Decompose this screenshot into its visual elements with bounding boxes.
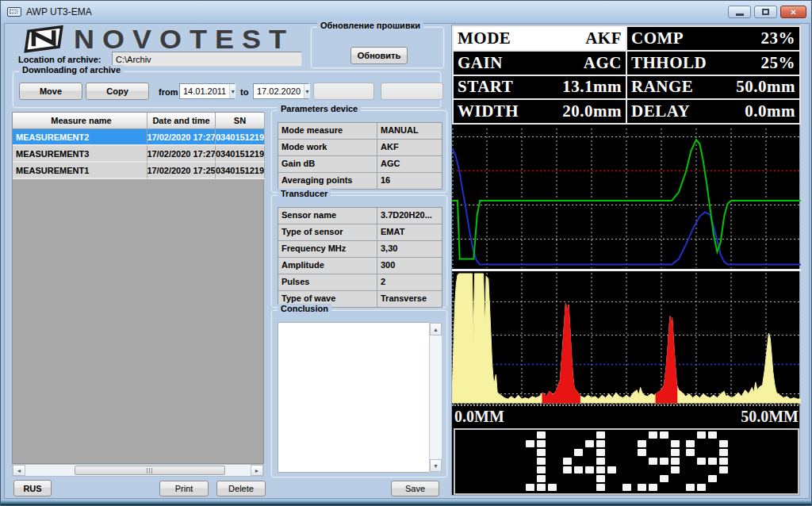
table-empty-area bbox=[13, 179, 263, 463]
transducer-param-value: 3,30 bbox=[377, 241, 442, 257]
sn-cell: 0340151219 bbox=[216, 163, 265, 179]
column-header-1[interactable]: Date and time bbox=[147, 113, 216, 129]
sn-cell: 0340151219 bbox=[216, 146, 265, 163]
parameters-device-table: Mode measureMANUALMode workAKFGain dBAGC… bbox=[278, 122, 442, 190]
conclusion-textarea[interactable] bbox=[278, 322, 429, 473]
device-param-gain: GAINAGC bbox=[454, 52, 626, 75]
scroll-up-button[interactable]: ▲ bbox=[430, 323, 442, 335]
readout-digit bbox=[622, 431, 631, 493]
device-param-label: Mode work bbox=[278, 140, 377, 155]
from-date-value: 14.01.2011 bbox=[180, 86, 229, 96]
device-param-delay: DELAY0.0mm bbox=[627, 100, 799, 123]
table-horizontal-scrollbar[interactable]: ◄ ► bbox=[12, 464, 264, 477]
column-header-2[interactable]: SN bbox=[216, 113, 265, 129]
device-param-value: AGC bbox=[377, 156, 442, 172]
scroll-up-icon: ▲ bbox=[433, 327, 439, 332]
readout-digit bbox=[686, 431, 728, 493]
device-param-start: START13.1mm bbox=[454, 76, 626, 99]
transducer-param-label: Type of sensor bbox=[278, 224, 377, 240]
distance-scale-bar: 0.0MM 50.0MM bbox=[452, 404, 801, 427]
archive-path-input[interactable] bbox=[112, 52, 302, 67]
scale-right-label: 50.0MM bbox=[741, 408, 799, 426]
chevron-down-icon[interactable]: ▼ bbox=[229, 84, 236, 98]
transducer-param-label: Pulses bbox=[278, 274, 377, 290]
disabled-button-2 bbox=[381, 82, 443, 100]
download-group-title: Downloading of archive bbox=[19, 65, 124, 75]
brand-wordmark: NOVOTEST bbox=[74, 25, 294, 56]
transducer-param-value: EMAT bbox=[377, 224, 442, 240]
transducer-param-value: 300 bbox=[377, 258, 442, 274]
window-title: AWP UT3-EMA bbox=[26, 6, 92, 17]
copy-button[interactable]: Copy bbox=[86, 82, 149, 100]
update-firmware-button[interactable]: Обновить bbox=[350, 47, 408, 64]
parameters-device-group: Parameters device Mode measureMANUALMode… bbox=[270, 109, 448, 194]
device-param-value: AKF bbox=[377, 140, 442, 155]
scrollbar-thumb[interactable] bbox=[75, 466, 225, 475]
scrollbar-track[interactable] bbox=[25, 465, 251, 476]
table-row[interactable]: MEASUREMENT317/02/2020 17:270340151219 bbox=[13, 146, 263, 163]
app-icon bbox=[7, 7, 21, 17]
delete-button[interactable]: Delete bbox=[216, 481, 266, 496]
parameters-device-title: Parameters device bbox=[278, 104, 361, 113]
from-label: from bbox=[159, 87, 178, 97]
table-header-row: Measure nameDate and timeSN bbox=[13, 113, 263, 129]
scroll-left-icon: ◄ bbox=[17, 468, 22, 473]
table-row[interactable]: MEASUREMENT117/02/2020 17:250340151219 bbox=[13, 163, 263, 179]
move-button[interactable]: Move bbox=[19, 82, 82, 100]
transducer-param-value: 2 bbox=[377, 274, 442, 290]
firmware-group-title: Обновление прошивки bbox=[317, 21, 423, 30]
device-param-width: WIDTH20.0mm bbox=[454, 100, 626, 123]
to-date-value: 17.02.2020 bbox=[254, 86, 304, 96]
conclusion-scrollbar[interactable]: ▲ ▼ bbox=[429, 322, 442, 473]
transducer-title: Transducer bbox=[278, 189, 331, 198]
device-screen-panel: MODEAKFCOMP23%GAINAGCTHHOLD25%START13.1m… bbox=[451, 25, 800, 496]
firmware-group: Обновление прошивки Обновить bbox=[310, 26, 445, 69]
scroll-down-button[interactable]: ▼ bbox=[430, 459, 442, 472]
maximize-button[interactable] bbox=[754, 6, 777, 18]
close-button[interactable]: ✕ bbox=[780, 6, 806, 18]
sn-cell: 0340151219 bbox=[216, 129, 265, 146]
print-button[interactable]: Print bbox=[159, 481, 209, 496]
save-button[interactable]: Save bbox=[391, 481, 439, 496]
device-param-label: Mode measure bbox=[278, 123, 377, 139]
scroll-right-button[interactable]: ► bbox=[251, 465, 263, 476]
device-param-mode: MODEAKF bbox=[454, 27, 626, 50]
chevron-down-icon[interactable]: ▼ bbox=[304, 84, 310, 98]
measure-name-cell: MEASUREMENT2 bbox=[13, 129, 147, 146]
device-param-label: Averaging points bbox=[278, 173, 377, 189]
minimize-button[interactable] bbox=[728, 6, 751, 18]
thumb-grip-icon bbox=[147, 468, 154, 473]
scroll-down-icon: ▼ bbox=[433, 463, 439, 469]
to-date-combobox[interactable]: 17.02.2020 ▼ bbox=[253, 83, 308, 99]
readout-digit bbox=[638, 431, 680, 493]
maximize-icon bbox=[762, 9, 769, 15]
minimize-icon bbox=[736, 13, 744, 16]
title-bar[interactable]: AWP UT3-EMA ✕ bbox=[1, 1, 811, 23]
from-date-combobox[interactable]: 14.01.2011 ▼ bbox=[179, 83, 235, 99]
scroll-left-button[interactable]: ◄ bbox=[13, 465, 25, 476]
ascan-chart bbox=[452, 271, 801, 404]
transducer-param-value: Transverse bbox=[377, 291, 442, 307]
transducer-param-label: Amplitude bbox=[278, 258, 377, 274]
window-frame-bottom bbox=[1, 500, 812, 506]
akf-waveform-chart bbox=[452, 127, 801, 269]
scroll-right-icon: ► bbox=[255, 468, 260, 473]
thickness-readout-display bbox=[454, 428, 799, 495]
transducer-param-value: 3.7D20H20... bbox=[377, 208, 442, 224]
disabled-button-1 bbox=[313, 82, 374, 100]
device-param-range: RANGE50.0mm bbox=[627, 76, 799, 99]
readout-digit bbox=[526, 431, 557, 493]
table-row[interactable]: MEASUREMENT217/02/2020 17:270340151219 bbox=[13, 129, 263, 146]
transducer-group: Transducer Sensor name3.7D20H20...Type o… bbox=[270, 194, 448, 309]
device-param-comp: COMP23% bbox=[627, 27, 799, 50]
column-header-0[interactable]: Measure name bbox=[13, 113, 147, 129]
device-param-thhold: THHOLD25% bbox=[627, 52, 799, 75]
datetime-cell: 17/02/2020 17:27 bbox=[147, 129, 216, 146]
datetime-cell: 17/02/2020 17:25 bbox=[147, 163, 216, 179]
measurements-table: Measure nameDate and timeSNMEASUREMENT21… bbox=[12, 112, 264, 464]
rus-language-button[interactable]: RUS bbox=[13, 480, 52, 496]
transducer-param-label: Sensor name bbox=[278, 208, 377, 224]
transducer-param-label: Frequency MHz bbox=[278, 241, 377, 257]
download-group: Downloading of archive Move Copy from 14… bbox=[12, 71, 442, 109]
datetime-cell: 17/02/2020 17:27 bbox=[147, 146, 216, 163]
